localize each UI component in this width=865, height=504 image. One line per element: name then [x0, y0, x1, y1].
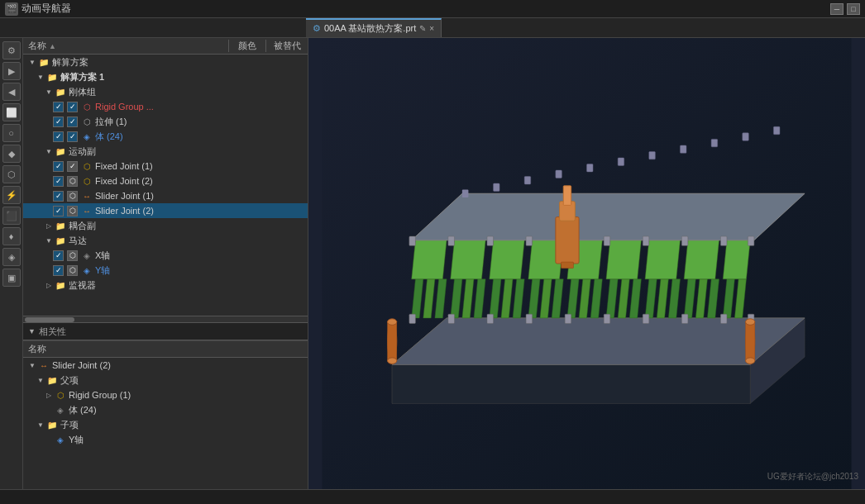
bexpander-rigid1[interactable]: ▷	[45, 391, 53, 399]
cb-yaxis[interactable]: ✓	[53, 265, 64, 276]
bexpander-parent[interactable]: ▼	[36, 376, 45, 384]
expander-monitor[interactable]: ▷	[45, 281, 53, 289]
svg-rect-56	[565, 314, 571, 323]
svg-rect-51	[748, 236, 754, 245]
expander-motor[interactable]: ▼	[45, 236, 53, 245]
bottom-tree[interactable]: ▼ ↔ Slider Joint (2) ▼ 📁 父项	[23, 358, 308, 489]
col-name-header: 名称 ▲	[23, 40, 229, 52]
toolbar-btn-ring[interactable]: ◈	[2, 248, 21, 266]
tree-row-fixed1[interactable]: ✓ ✓ ⬡ Fixed Joint (1)	[23, 159, 308, 174]
cb-yaxis-2[interactable]: ⬡	[67, 265, 78, 276]
svg-rect-77	[556, 170, 562, 178]
tree-row-stretch[interactable]: ✓ ✓ ⬡ 拉伸 (1)	[23, 114, 308, 129]
btree-row-child[interactable]: ▼ 📁 子项	[23, 417, 308, 432]
tab-main-file[interactable]: ⚙ 00AA 基站散热方案.prt ✎ ×	[306, 18, 442, 37]
cb-slider2-2[interactable]: ⬡	[67, 206, 78, 216]
tab-close-button[interactable]: ×	[429, 24, 434, 33]
svg-rect-72	[563, 186, 571, 206]
cb-slider1[interactable]: ✓	[53, 191, 64, 202]
bexpander-child[interactable]: ▼	[36, 421, 45, 429]
btree-row-yaxis[interactable]: ◈ Y轴	[23, 432, 308, 447]
scene-svg	[308, 38, 865, 489]
tree-row-fixed2[interactable]: ✓ ⬡ ⬡ Fixed Joint (2)	[23, 174, 308, 188]
tree-row-xaxis[interactable]: ✓ ⬡ ◈ X轴	[23, 248, 308, 263]
toolbar-btn-hex[interactable]: ⬡	[2, 165, 21, 183]
column-headers: 名称 ▲ 颜色 被替代	[23, 38, 308, 55]
expander-motion[interactable]: ▼	[45, 147, 53, 155]
tree-row-coupling[interactable]: ▷ 📁 耦合副	[23, 218, 308, 233]
cb-body24-2[interactable]: ✓	[67, 131, 78, 142]
cb-fixed1-2[interactable]: ✓	[67, 161, 78, 172]
toolbar-btn-rhombus[interactable]: ♦	[2, 227, 21, 245]
tree-scrollbar-h[interactable]	[23, 316, 308, 322]
svg-rect-55	[526, 314, 533, 323]
svg-marker-41	[412, 193, 805, 240]
cb-body24[interactable]: ✓	[53, 131, 64, 142]
toolbar-btn-grid[interactable]: ▣	[2, 269, 21, 287]
rigid-icon-rigidgroup: ⬡	[81, 101, 93, 112]
toolbar-btn-diamond[interactable]: ◆	[2, 145, 21, 163]
related-section-header[interactable]: ▼ 相关性	[23, 322, 308, 340]
cb-rigidgroup[interactable]: ✓	[53, 102, 64, 112]
btree-row-parent[interactable]: ▼ 📁 父项	[23, 373, 308, 388]
tree-row-motor[interactable]: ▼ 📁 马达	[23, 233, 308, 248]
tree-row-monitor[interactable]: ▷ 📁 监视器	[23, 278, 308, 292]
tree-row-slider2[interactable]: ✓ ⬡ ↔ Slider Joint (2)	[23, 203, 308, 218]
label-fixed1: Fixed Joint (1)	[95, 161, 153, 171]
svg-rect-63	[388, 322, 397, 361]
toolbar-btn-square[interactable]: ⬛	[2, 207, 21, 225]
label-coupling: 耦合副	[69, 220, 96, 232]
tree-row-motion[interactable]: ▼ 📁 运动副	[23, 144, 308, 159]
svg-marker-29	[606, 240, 641, 279]
cb-stretch2[interactable]: ✓	[67, 116, 78, 127]
expander-rigidbody[interactable]: ▼	[45, 88, 53, 96]
cb-fixed2[interactable]: ✓	[53, 176, 64, 187]
cb-fixed2-2[interactable]: ⬡	[67, 176, 78, 187]
label-fixed2: Fixed Joint (2)	[95, 176, 153, 186]
tree-row-body24[interactable]: ✓ ✓ ◈ 体 (24)	[23, 129, 308, 144]
btree-row-body24[interactable]: ◈ 体 (24)	[23, 402, 308, 417]
cb-stretch[interactable]: ✓	[53, 116, 64, 127]
cb-xaxis-2[interactable]: ⬡	[67, 250, 78, 261]
toolbar-btn-back[interactable]: ◀	[2, 83, 21, 101]
col-replaced-header: 被替代	[266, 40, 308, 52]
tree-row-rigidbody[interactable]: ▼ 📁 刚体组	[23, 84, 308, 99]
toolbar-btn-lightning[interactable]: ⚡	[2, 186, 21, 204]
cb-slider2[interactable]: ✓	[53, 206, 64, 216]
expander-solver1[interactable]: ▼	[36, 73, 45, 81]
svg-rect-42	[409, 236, 416, 245]
toolbar-btn-circle[interactable]: ○	[2, 124, 21, 142]
toolbar-btn-box[interactable]: ⬜	[2, 103, 21, 121]
tree-row-solver1[interactable]: ▼ 📁 解算方案 1	[23, 69, 308, 84]
cb-xaxis[interactable]: ✓	[53, 250, 64, 261]
main-tree[interactable]: ▼ 📁 解算方案 ▼ 📁 解算方案 1	[23, 55, 308, 316]
blabel-parent: 父项	[60, 374, 79, 387]
btree-row-rigid1[interactable]: ▷ ⬡ Rigid Group (1)	[23, 388, 308, 402]
related-expand-icon[interactable]: ▼	[28, 327, 36, 335]
tree-row-solver[interactable]: ▼ 📁 解算方案	[23, 55, 308, 69]
cb-slider1-2[interactable]: ⬡	[67, 191, 78, 202]
viewport[interactable]: UG爱好者论坛@jch2013	[308, 38, 865, 489]
expander-solver[interactable]: ▼	[28, 58, 36, 66]
tree-row-rigidgroup[interactable]: ✓ ✓ ⬡ Rigid Group ...	[23, 99, 308, 114]
cb-fixed1[interactable]: ✓	[53, 161, 64, 172]
maximize-button[interactable]: □	[847, 3, 860, 15]
svg-rect-59	[681, 314, 688, 323]
folder-icon-solver: 📁	[38, 56, 50, 68]
btree-row-slider2[interactable]: ▼ ↔ Slider Joint (2)	[23, 358, 308, 373]
expander-coupling[interactable]: ▷	[45, 221, 53, 230]
scrollbar-thumb[interactable]	[25, 317, 74, 322]
tree-row-slider1[interactable]: ✓ ⬡ ↔ Slider Joint (1)	[23, 188, 308, 203]
cb-rigidgroup2[interactable]: ✓	[67, 102, 78, 112]
bfolder-icon-parent: 📁	[46, 374, 58, 386]
toolbar-btn-play[interactable]: ▶	[2, 62, 21, 80]
tree-row-yaxis[interactable]: ✓ ⬡ ◈ Y轴	[23, 263, 308, 278]
toolbar-btn-settings[interactable]: ⚙	[2, 41, 21, 59]
main-layout: ⚙ ▶ ◀ ⬜ ○ ◆ ⬡ ⚡ ⬛ ♦ ◈ ▣ 名称 ▲ 颜色 被替代	[0, 38, 865, 489]
bexpander-slider2[interactable]: ▼	[28, 361, 36, 369]
minimize-button[interactable]: ─	[830, 3, 843, 15]
svg-marker-40	[723, 240, 750, 279]
label-motor: 马达	[69, 235, 87, 247]
svg-rect-73	[561, 262, 573, 269]
icon-fixed2: ⬡	[81, 175, 93, 187]
